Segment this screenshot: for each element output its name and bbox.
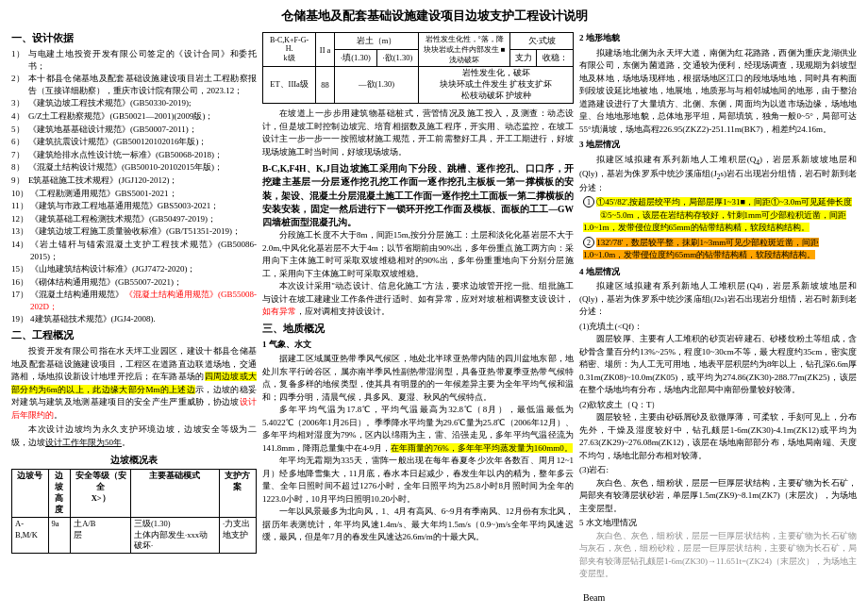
bottom-table-wrapper: 边坡概况表 边坡号 边坡高度 安全等级（安全X>） 主要基础模式 支护方案 <box>11 455 257 554</box>
header-cell-support1: 支力 <box>510 50 537 67</box>
header-cell-lower-rock: —欲(1.30) <box>335 67 419 104</box>
cell-support: ·力支出地支护 <box>219 517 256 554</box>
cell-safety: 土A/B层 <box>71 517 131 554</box>
geo-subsection-1-title: 1 气象、水文 <box>262 339 574 352</box>
section-project-overview-title: 二、工程概况 <box>11 329 257 342</box>
header-cell-88: 88 <box>316 67 335 104</box>
geo-layer-1: 1 ①45'/82',按超层绞平均，局部层厚1~31■，间距①~3.0m可见延伸… <box>579 196 857 235</box>
page: 仓储基地及配套基础设施建设项目边坡支护工程设计说明 一、设计依据 1）与电建土地… <box>0 0 868 614</box>
section-b-ck4h-title: B-C,K,F4H、K,J目边坡施工采用向下分段、跳槽、逐作挖孔、口口序，开挖建… <box>262 162 574 229</box>
geo-subsection-2-title: 2 地形地貌 <box>579 32 857 45</box>
header-cell-iia: II a <box>316 33 335 67</box>
col-support: 支护方案 <box>219 470 256 518</box>
header-cell-fill: ·填(1.30) <box>335 50 377 67</box>
geo-subsection-3-title: 3 地层情况 <box>579 139 857 152</box>
col-safety: 安全等级（安全X>） <box>71 470 131 518</box>
col-foundation: 主要基础模式 <box>131 470 220 518</box>
main-title: 仓储基地及配套基础设施建设项目边坡支护工程设计说明 <box>11 8 857 25</box>
header-cell-et: ET、IIIa级 <box>263 67 316 104</box>
doc-header-table: B-C,K+F-G-H.k级 II a 岩土（m） 岩性发生化性，°落，降 块块… <box>262 32 574 104</box>
header-cell-slope-label: 欠·式坡 <box>510 33 574 50</box>
design-scope-content: 1）与电建土地投资开发有限公司签定的《设计合同》和委托书； 2）本十都县仓储基地… <box>11 48 257 325</box>
project-overview-content: 投资开发有限公司指在水天坪工业园区，建设十都县仓储基地及配套基础设施建设项目，工… <box>11 345 257 449</box>
col-height: 边坡高度 <box>48 470 71 518</box>
header-cell-support2: 收稳： <box>537 50 574 67</box>
cell-slope-id: A-B,M/K <box>12 517 49 554</box>
cell-foundation: 三级(1.30)土体内部发生·xxx动破坏· <box>131 517 220 554</box>
section-design-scope-title: 一、设计依据 <box>11 32 257 45</box>
right-column: 2 地形地貌 拟建场地北侧为永天坪大道，南侧为红花路路，西侧为重庆龙湖供业有限公… <box>579 32 857 606</box>
section-geological-title: 三、地质概况 <box>262 323 574 336</box>
geo-subsection-4-title: 4 地层情况 <box>579 266 857 279</box>
header-cell-bc: B-C,K+F-G-H.k级 <box>263 33 316 67</box>
geo-subsection-4-title-block: 4 地层情况 拟建区域拟建有系列新地人工堆积层(Q4)，岩层系新坡坡地层和(Ql… <box>579 266 857 581</box>
header-cell-failure: 岩性发生化性，°落，降 块块岩或土件内部发生 ■浅动破坏 <box>419 33 510 67</box>
geological-content: 1 气象、水文 据建工区域属亚热带季风气候区，地处北半球亚热带内陆的四川盆地东部… <box>262 339 574 544</box>
header-cell-failure2: 岩性发生化，破坏块块环或土件发生 扩枝支扩坏松枝动破坏 护坡种 <box>419 67 574 104</box>
beam-label: Beam <box>579 589 857 606</box>
geo-layer-2: 2 132'/78'，数层较平整，抹刷1~3mm可见少部粒斑近凿，间距1.0~1… <box>579 237 857 262</box>
cell-height: 9a <box>48 517 71 554</box>
bottom-table-title: 边坡概况表 <box>11 455 257 467</box>
header-cell-soft: ·欲(1.30) <box>376 50 419 67</box>
bottom-table: 边坡号 边坡高度 安全等级（安全X>） 主要基础模式 支护方案 A-B,M/K … <box>11 469 257 554</box>
header-cell-rock-label: 岩土（m） <box>335 33 419 50</box>
col-slope-id: 边坡号 <box>12 470 49 518</box>
construction-method-text: 在坡道上一步步用建筑物基础桩式，营管情况及施工投入，及测查：动态设计，但是坡工时… <box>262 108 574 319</box>
